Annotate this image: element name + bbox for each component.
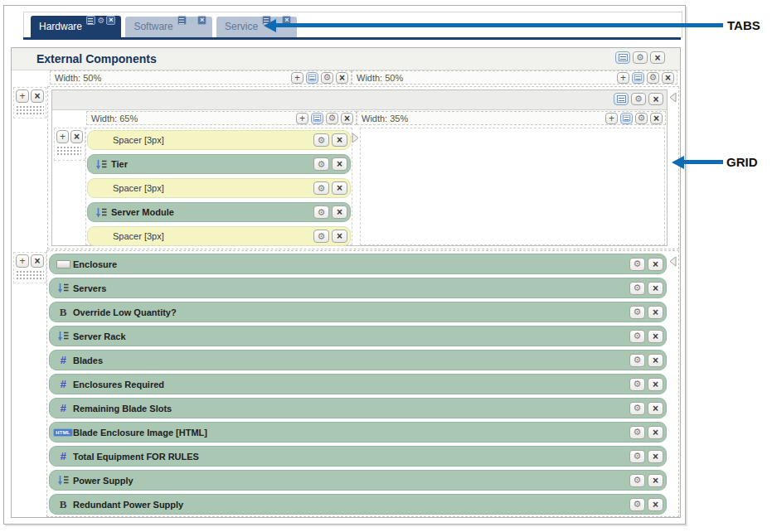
gear-button[interactable]: ⚙ (321, 72, 333, 84)
field-label: Spacer [3px] (113, 231, 164, 241)
row-buttons: ⚙× (313, 206, 347, 219)
gear-button[interactable]: ⚙ (629, 258, 645, 271)
field-row[interactable]: Power Supply ⚙× (49, 470, 667, 491)
field-row[interactable]: # Total Equipment FOR RULES ⚙× (49, 446, 667, 467)
plus-button[interactable]: + (605, 113, 618, 124)
list-button[interactable] (620, 113, 633, 124)
close-button[interactable]: × (332, 157, 347, 171)
close-button[interactable]: × (648, 474, 663, 487)
gear-button[interactable]: ⚙ (629, 354, 645, 367)
plus-button[interactable]: + (291, 72, 303, 84)
drag-handle-icon[interactable] (16, 270, 44, 279)
close-button[interactable]: × (341, 113, 353, 124)
gear-button[interactable]: ⚙ (313, 157, 329, 171)
field-row[interactable]: B Override Low Quantity? ⚙× (49, 302, 667, 322)
close-button[interactable]: × (648, 498, 663, 511)
gear-button[interactable]: ⚙ (629, 498, 645, 511)
field-row[interactable]: Enclosure ⚙× (49, 254, 667, 274)
expand-right-icon[interactable] (352, 133, 360, 144)
gear-button[interactable]: ⚙ (313, 133, 329, 147)
gear-button[interactable]: ⚙ (647, 72, 659, 84)
drag-handle-icon[interactable] (16, 105, 44, 114)
collapse-left-icon[interactable] (669, 256, 677, 268)
field-row[interactable]: # Enclosures Required ⚙× (49, 374, 667, 394)
gear-button[interactable]: ⚙ (635, 113, 648, 124)
list-button[interactable] (614, 93, 629, 105)
close-button[interactable]: × (648, 426, 663, 439)
close-button[interactable]: × (106, 16, 115, 25)
close-button[interactable]: × (332, 181, 347, 195)
plus-button[interactable]: + (16, 89, 29, 103)
close-button[interactable]: × (648, 306, 663, 319)
field-row[interactable]: Spacer [3px] ⚙× (87, 178, 351, 198)
close-button[interactable]: × (650, 51, 665, 64)
close-button[interactable]: × (31, 89, 44, 103)
nested-column-header-1[interactable]: Width: 65% +⚙× (86, 111, 357, 125)
close-button[interactable]: × (650, 113, 663, 124)
drag-handle-icon[interactable] (56, 146, 81, 155)
gear-button[interactable]: ⚙ (326, 113, 338, 124)
field-row[interactable]: Servers ⚙× (49, 278, 667, 298)
column-header-1[interactable]: Width: 50% +⚙× (50, 70, 352, 85)
field-row[interactable]: # Remaining Blade Slots ⚙× (49, 398, 667, 418)
nested-column-header-2[interactable]: Width: 35% +⚙× (357, 111, 666, 125)
close-button[interactable]: × (662, 72, 674, 84)
gear-button[interactable]: ⚙ (629, 474, 645, 487)
plus-button[interactable]: + (16, 254, 29, 268)
row-buttons: ⚙× (629, 498, 663, 511)
gear-button[interactable]: ⚙ (629, 330, 645, 343)
gear-button[interactable]: ⚙ (187, 16, 197, 25)
close-button[interactable]: × (648, 330, 663, 343)
gear-button[interactable]: ⚙ (629, 402, 645, 415)
list-button[interactable] (311, 113, 323, 124)
close-button[interactable]: × (332, 206, 347, 219)
field-row[interactable]: # Blades ⚙× (49, 350, 667, 370)
field-row[interactable]: Tier ⚙× (87, 154, 351, 174)
close-button[interactable]: × (332, 230, 347, 243)
close-button[interactable]: × (336, 72, 348, 84)
field-row[interactable]: HTML Blade Enclosure Image [HTML] ⚙× (49, 422, 667, 443)
close-button[interactable]: × (648, 354, 663, 367)
plus-button[interactable]: + (296, 113, 308, 124)
column-header-2[interactable]: Width: 50% +⚙× (352, 70, 677, 85)
close-button[interactable]: × (648, 258, 663, 271)
close-button[interactable]: × (648, 282, 663, 295)
close-button[interactable]: × (648, 402, 663, 415)
gear-button[interactable]: ⚙ (629, 378, 645, 391)
row-buttons: ⚙× (629, 378, 663, 391)
field-row[interactable]: Server Module ⚙× (87, 202, 351, 222)
field-row[interactable]: Server Rack ⚙× (49, 326, 667, 346)
gear-button[interactable]: ⚙ (313, 181, 329, 195)
tab-software[interactable]: Software ⚙× (125, 17, 212, 37)
plus-button[interactable]: + (617, 72, 629, 84)
close-button[interactable]: × (332, 133, 347, 147)
gear-button[interactable]: ⚙ (313, 230, 329, 243)
close-button[interactable]: × (648, 450, 663, 463)
close-button[interactable]: × (648, 93, 663, 105)
gear-button[interactable]: ⚙ (629, 306, 645, 319)
list-button[interactable] (615, 51, 630, 64)
close-button[interactable]: × (31, 254, 44, 268)
collapse-left-icon[interactable] (669, 92, 677, 104)
gear-button[interactable]: ⚙ (629, 282, 645, 295)
list-button[interactable] (306, 72, 318, 84)
row-buttons: ⚙× (313, 230, 347, 243)
close-button[interactable]: × (648, 378, 663, 391)
gear-button[interactable]: ⚙ (631, 93, 646, 105)
list-button[interactable] (86, 16, 95, 25)
field-row[interactable]: Spacer [3px] ⚙× (87, 226, 351, 246)
field-row[interactable]: Spacer [3px] ⚙× (87, 130, 351, 150)
list-button[interactable] (177, 16, 187, 25)
gear-button[interactable]: ⚙ (313, 206, 329, 219)
gear-button[interactable]: ⚙ (629, 426, 645, 439)
gear-button[interactable]: ⚙ (96, 16, 105, 25)
gear-button[interactable]: ⚙ (633, 51, 648, 64)
close-button[interactable]: × (70, 130, 83, 143)
field-row[interactable]: B Redundant Power Supply ⚙× (49, 494, 667, 515)
plus-button[interactable]: + (56, 130, 69, 143)
tab-hardware[interactable]: Hardware ⚙× (31, 16, 121, 37)
list-button[interactable] (632, 72, 644, 84)
gear-button[interactable]: ⚙ (629, 450, 645, 463)
close-button[interactable]: × (197, 16, 206, 25)
empty-column-dropzone[interactable] (360, 128, 665, 245)
